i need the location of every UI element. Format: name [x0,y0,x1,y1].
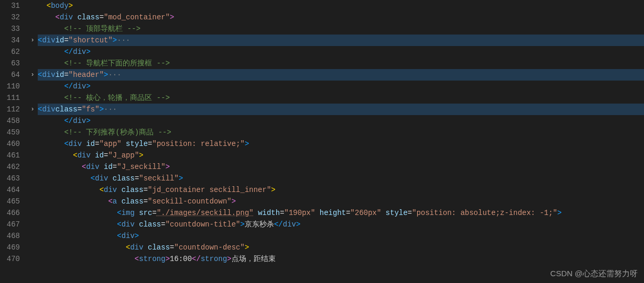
code-line[interactable]: <div class="jd_container seckill_inner"> [38,184,644,196]
fold-chevron-icon[interactable]: › [27,104,38,115]
code-line[interactable]: <div id="app" style="position: relative;… [38,138,644,150]
code-editor: 3132333462636411011111245845946046146246… [0,0,644,283]
code-line[interactable]: <div id="J_seckill"> [38,161,644,173]
code-line[interactable]: <!-- 顶部导航栏 --> [38,23,644,35]
line-number: 34 [0,35,27,46]
line-number: 33 [0,23,27,35]
code-line[interactable]: <a class="seckill-countdown"> [38,196,644,207]
line-number: 462 [0,161,27,173]
fold-spacer [27,92,38,104]
code-line[interactable]: <div id="J_app"> [38,150,644,161]
fold-chevron-icon[interactable]: › [27,69,38,81]
code-line[interactable]: <div class="countdown-desc"> [38,242,644,253]
code-line[interactable]: <!-- 导航栏下面的所搜框 --> [38,58,644,69]
fold-spacer [27,46,38,58]
fold-spacer [27,207,38,219]
line-number: 460 [0,138,27,150]
fold-spacer [27,230,38,242]
fold-spacer [27,127,38,138]
code-line[interactable]: <!-- 核心，轮播，商品区 --> [38,92,644,104]
fold-chevron-icon[interactable]: › [27,35,38,46]
fold-spacer [27,23,38,35]
fold-spacer [27,173,38,184]
code-line[interactable]: <img src="./images/seckill.png" width="1… [38,207,644,219]
line-number: 464 [0,184,27,196]
line-number: 468 [0,230,27,242]
code-line[interactable]: <!-- 下列推荐(秒杀)商品 --> [38,127,644,138]
fold-spacer [27,219,38,230]
fold-spacer [27,196,38,207]
fold-spacer [27,115,38,127]
fold-spacer [27,58,38,69]
line-number: 463 [0,173,27,184]
code-line[interactable]: <div> [38,230,644,242]
line-number: 466 [0,207,27,219]
code-line[interactable]: <div class="mod_container"> [38,12,644,23]
line-number: 461 [0,150,27,161]
code-line[interactable]: </div> [38,115,644,127]
code-line[interactable]: </div> [38,46,644,58]
line-number: 111 [0,92,27,104]
code-line[interactable]: <body> [38,0,644,12]
code-area[interactable]: <body> <div class="mod_container"> <!-- … [38,0,644,283]
code-line[interactable]: <div class="fs">··· [38,104,644,115]
line-number: 465 [0,196,27,207]
line-number: 459 [0,127,27,138]
fold-spacer [27,138,38,150]
code-line[interactable]: <div class="seckill"> [38,173,644,184]
fold-spacer [27,253,38,265]
code-line[interactable]: </div> [38,81,644,92]
code-line[interactable]: <strong>16:00</strong>点场，距结束 [38,253,644,265]
line-number: 458 [0,115,27,127]
code-line[interactable]: <div id="header">··· [38,69,644,81]
line-number: 467 [0,219,27,230]
line-number: 470 [0,253,27,265]
fold-spacer [27,150,38,161]
fold-spacer [27,161,38,173]
code-line[interactable]: <div class="countdown-title">京东秒杀</div> [38,219,644,230]
fold-spacer [27,12,38,23]
fold-column: ››› [27,0,38,283]
line-number: 63 [0,58,27,69]
fold-spacer [27,81,38,92]
line-number: 112 [0,104,27,115]
fold-spacer [27,242,38,253]
line-number: 32 [0,12,27,23]
line-number: 64 [0,69,27,81]
line-number: 469 [0,242,27,253]
line-number: 62 [0,46,27,58]
fold-spacer [27,0,38,12]
line-number: 31 [0,0,27,12]
code-line[interactable]: <div id="shortcut">··· [38,35,644,46]
fold-spacer [27,184,38,196]
line-number-gutter: 3132333462636411011111245845946046146246… [0,0,27,283]
line-number: 110 [0,81,27,92]
